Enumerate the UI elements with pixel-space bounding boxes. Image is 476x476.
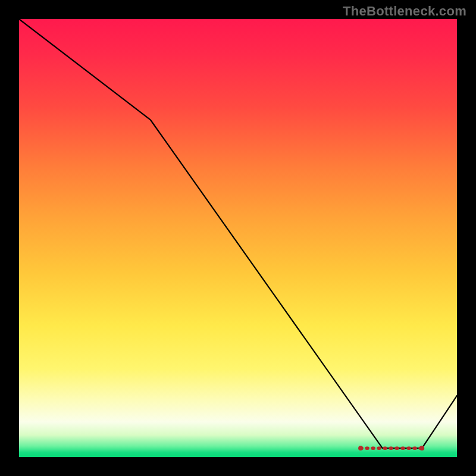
- chart-svg: [19, 19, 457, 457]
- watermark-text: TheBottleneck.com: [343, 4, 466, 19]
- chart-frame: TheBottleneck.com: [0, 0, 476, 476]
- dashed-marker-end: [419, 446, 424, 450]
- series-curve: [19, 19, 457, 448]
- dashed-marker-start: [358, 446, 363, 450]
- plot-area: [19, 19, 457, 457]
